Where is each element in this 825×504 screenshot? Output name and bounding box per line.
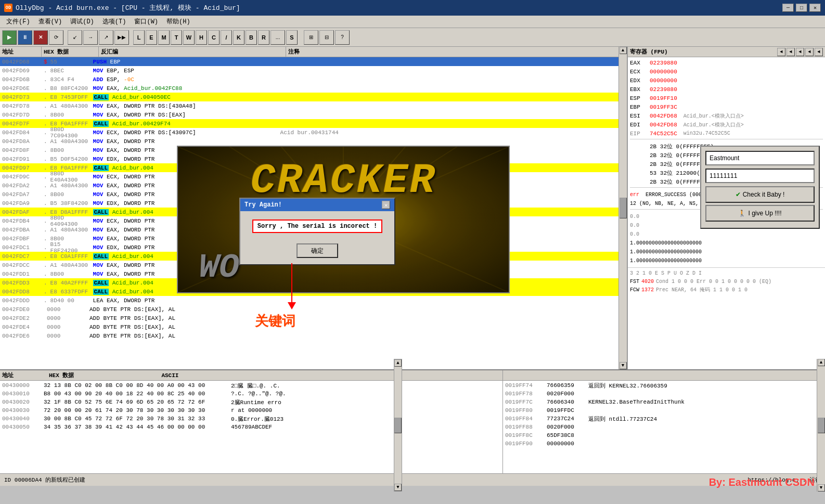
serial-panel: ✔ Check it Baby ! 🚶 I give Up !!!! [700, 146, 820, 229]
giveup-btn-label: I give Up !!!! [748, 210, 781, 217]
reg-nav-left5[interactable]: ◄ [815, 48, 823, 56]
tb-step-over[interactable]: → [83, 30, 98, 45]
dialog-footer: 确定 [240, 241, 394, 264]
check-btn[interactable]: ✔ Check it Baby ! [705, 186, 815, 203]
cracker-subtitle: WO [199, 249, 239, 287]
stack-scroll-thumb[interactable] [818, 418, 825, 433]
tb-stop[interactable]: ✕ [33, 30, 48, 45]
menu-options[interactable]: 选项(T) [98, 16, 131, 27]
registers-header: 寄存器 (FPU) ◄ ◄ ◄ ◄ ◄ [628, 47, 825, 57]
hex-row: 0043000032 13 8B C0 02 00 8B C0 00 8D 40… [0, 381, 502, 390]
tb-L[interactable]: L [133, 30, 145, 45]
disasm-row[interactable]: 0042FD68 $ 55 PUSH EBP [0, 57, 627, 66]
status-left: ID 00006DA4 的新线程已创建 [4, 476, 85, 484]
reg-nav-left2[interactable]: ◄ [787, 48, 795, 56]
disasm-row[interactable]: 0042FDDD . 8D40 00 LEA EAX, DWORD PTR [0, 296, 627, 305]
stack-row: 0019FF8C65DF38C8 [503, 431, 825, 440]
tb-pause[interactable]: ⏸ [18, 30, 32, 45]
reg-nav: ◄ ◄ ◄ ◄ ◄ [777, 48, 823, 56]
disasm-row-call1[interactable]: 0042FD73 . E8 7453FDFF CALL Acid_bur.004… [0, 93, 627, 101]
walker-icon: 🚶 [738, 210, 746, 217]
scroll-thumb[interactable] [620, 198, 627, 218]
reg-edx: EDX00000000 [630, 76, 823, 85]
float-reg5: 1.000000000000000000000 [630, 248, 823, 256]
menu-window[interactable]: 窗口(W) [130, 16, 162, 27]
tb-dots[interactable]: ... [270, 30, 285, 45]
tb-step-out[interactable]: ↗ [99, 30, 113, 45]
menu-debug[interactable]: 调试(D) [66, 16, 98, 27]
disasm-row[interactable]: 0042FDE4 0000 ADD BYTE PTR DS:[EAX], AL [0, 322, 627, 331]
minimize-btn[interactable]: ─ [782, 4, 794, 12]
stack-row: 0019FF800019FFDC [503, 406, 825, 415]
float-reg4: 1.000000000000000000000 [630, 239, 823, 248]
disasm-row[interactable]: 0042FDE0 0000 ADD BYTE PTR DS:[EAX], AL [0, 305, 627, 314]
stack-rows: 0019FF7476606359返回到 KERNEL32.76606359 00… [503, 381, 825, 473]
disasm-row[interactable]: 0042FD6B . 83C4 F4 ADD ESP, -0C [0, 75, 627, 84]
hex-row: 0043002032 1F 8B C0 52 75 6E 74 69 6D 65… [0, 398, 502, 406]
reg-ecx: ECX00000000 [630, 67, 823, 76]
stack-scrollbar[interactable]: ▲ ▼ [817, 370, 825, 473]
hex-col-ascii: ASCII [161, 372, 178, 379]
disasm-row[interactable]: 0042FD6E . B8 88FC4200 MOV EAX, Acid_bur… [0, 84, 627, 93]
menu-view[interactable]: 查看(V) [34, 16, 67, 27]
dialog-ok-btn[interactable]: 确定 [297, 243, 338, 258]
disasm-row[interactable]: 0042FD69 . 8BEC MOV EBP, ESP [0, 66, 627, 75]
tb-cfg[interactable]: ⊟ [319, 30, 334, 45]
disasm-row[interactable]: 0042FDE2 0000 ADD BYTE PTR DS:[EAX], AL [0, 314, 627, 322]
disasm-row-call2[interactable]: 0042FD7F . E8 F0A1FFFF CALL Acid_bur.004… [0, 119, 627, 128]
serial-input[interactable] [705, 169, 815, 183]
registers-title: 寄存器 (FPU) [630, 48, 668, 56]
reg-nav-left1[interactable]: ◄ [777, 48, 785, 56]
menu-file[interactable]: 文件(F) [2, 16, 34, 27]
reg-nav-left4[interactable]: ◄ [805, 48, 814, 56]
reg-nav-left3[interactable]: ◄ [796, 48, 804, 56]
hex-scrollbar[interactable]: ▲ ▼ [394, 370, 402, 473]
giveup-btn[interactable]: 🚶 I give Up !!!! [705, 205, 815, 222]
toolbar: ▶ ⏸ ✕ ⟳ ↙ → ↗ ▶▶ L E M T W H C / K B R .… [0, 28, 825, 47]
reg-esi: ESI0042FD68Acid_bur.<模块入口点> [630, 111, 823, 120]
restore-btn[interactable]: □ [796, 4, 807, 12]
scroll-up-btn[interactable]: ▲ [620, 47, 627, 54]
tb-step-into[interactable]: ↙ [68, 30, 82, 45]
disasm-row[interactable]: 0042FD78 . A1 480A4300 MOV EAX, DWORD PT… [0, 101, 627, 110]
hex-row: 0043004030 00 8B C0 45 72 72 6F 72 20 30… [0, 415, 502, 423]
tb-C[interactable]: C [208, 30, 220, 45]
tb-K[interactable]: K [233, 30, 244, 45]
hex-scroll-thumb[interactable] [394, 418, 402, 433]
disasm-header: 地址 HEX 数据 反汇编 注释 [0, 47, 627, 57]
tb-run[interactable]: ▶ [2, 30, 17, 45]
disasm-row[interactable]: 0042FD8A . A1 480A4300 MOV EAX, DWORD PT… [0, 137, 627, 146]
dialog-body: Sorry , The serial is incorect ! [240, 211, 394, 241]
menu-bar: 文件(F) 查看(V) 调试(D) 选项(T) 窗口(W) 帮助(H) [0, 16, 825, 28]
tb-restart[interactable]: ⟳ [49, 30, 63, 45]
tb-help2[interactable]: ? [335, 30, 350, 45]
name-input[interactable] [705, 151, 815, 165]
tb-S[interactable]: S [286, 30, 298, 45]
disasm-row[interactable]: 0042FD84 . 8B0D 7C094300 MOV ECX, DWORD … [0, 128, 627, 137]
tb-table[interactable]: ⊞ [304, 30, 318, 45]
tb-slash[interactable]: / [221, 30, 232, 45]
tb-animate[interactable]: ▶▶ [114, 30, 129, 45]
disasm-row[interactable]: 0042FD7D . 8B00 MOV EAX, DWORD PTR DS:[E… [0, 110, 627, 119]
dialog-title-text: Try Again! [244, 201, 282, 209]
disasm-row[interactable]: 0042FDE6 0000 ADD BYTE PTR DS:[EAX], AL [0, 331, 627, 340]
tb-R[interactable]: R [258, 30, 269, 45]
close-btn[interactable]: ✕ [809, 4, 821, 12]
scroll-down-btn[interactable]: ▼ [620, 362, 627, 369]
menu-help[interactable]: 帮助(H) [162, 16, 195, 27]
stack-row: 0019FF7C76606340KERNEL32.BaseThreadInitT… [503, 398, 825, 406]
tb-T[interactable]: T [171, 30, 182, 45]
tb-M[interactable]: M [158, 30, 170, 45]
tb-W[interactable]: W [183, 30, 195, 45]
reg-esp: ESP0019FF10 [630, 94, 823, 102]
disasm-scrollbar[interactable]: ▲ ▼ [618, 47, 627, 369]
dialog-message: Sorry , The serial is incorect ! [252, 219, 382, 233]
tb-H[interactable]: H [196, 30, 207, 45]
stack-row: 0019FF7476606359返回到 KERNEL32.76606359 [503, 381, 825, 390]
dialog-close-btn[interactable]: ✕ [382, 201, 390, 209]
window-title: OllyDbg - Acid burn.exe - [CPU - 主线程, 模块… [16, 3, 240, 12]
tb-E[interactable]: E [146, 30, 157, 45]
col-disasm-header: 反汇编 [99, 47, 286, 57]
tb-B[interactable]: B [246, 30, 257, 45]
app-icon: OD [4, 4, 12, 12]
